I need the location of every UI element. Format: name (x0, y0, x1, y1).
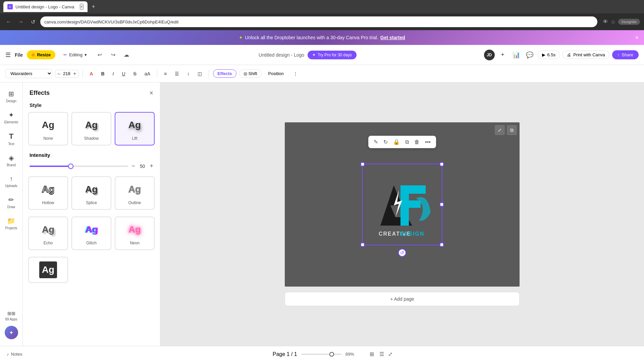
avatar-btn[interactable]: JD (484, 50, 495, 60)
canvas-rotate-btn[interactable]: ↻ (382, 137, 389, 146)
file-btn[interactable]: File (15, 52, 23, 58)
plus-btn[interactable]: + (497, 50, 508, 60)
rotate-handle[interactable]: ↺ (398, 249, 406, 257)
print-btn[interactable]: 🖨 Print with Canva (562, 51, 609, 59)
handle-br[interactable] (440, 243, 444, 247)
sidebar-item-projects[interactable]: 📁 Projects (2, 214, 21, 233)
sidebar-label-elements: Elements (4, 120, 18, 124)
analytics-btn[interactable]: 📊 (511, 50, 522, 60)
slider-thumb[interactable] (68, 164, 73, 169)
list-btn[interactable]: ☰ (172, 70, 182, 78)
sidebar-item-elements[interactable]: ✦ Elements (2, 108, 21, 127)
app: ✦ Unlock all the Droptober launches with… (0, 30, 644, 362)
strikethrough-btn[interactable]: S (131, 70, 139, 78)
redo-btn[interactable]: ↪ (108, 50, 118, 60)
canvas-delete-btn[interactable]: 🗑 (413, 138, 421, 146)
glitch-label: Glitch (86, 241, 97, 245)
font-size-plus-btn[interactable]: + (73, 71, 76, 77)
new-tab-btn[interactable]: + (89, 2, 98, 11)
promo-banner: ✦ Unlock all the Droptober launches with… (0, 30, 644, 45)
tab-favicon: C (7, 4, 13, 9)
style-lift[interactable]: Ag Lift (115, 112, 155, 145)
add-page-btn[interactable]: + Add page (285, 292, 520, 306)
intensity-minus-btn[interactable]: − (131, 163, 135, 170)
style-glitch[interactable]: Ag Glitch (71, 217, 111, 250)
sidebar-item-draw[interactable]: ✏ Draw (2, 192, 21, 212)
zoom-thumb[interactable] (329, 352, 334, 357)
canvas-wrapper: ✎ ↻ 🔒 ⧉ 🗑 ••• ⤢ ⧉ (285, 122, 520, 306)
url-bar[interactable]: canva.com/design/DAGVwdNCKVU/3sBF0dvJxCp… (40, 16, 597, 27)
transparency-btn[interactable]: ◫ (195, 70, 205, 78)
bold-btn[interactable]: B (98, 70, 107, 78)
style-grid-row2: Ag Hollow Ag Splice Ag Outline (23, 176, 160, 217)
cloud-btn[interactable]: ☁ (122, 50, 131, 60)
style-echo[interactable]: Ag Echo (28, 217, 68, 250)
duplicate-canvas-btn[interactable]: ⧉ (507, 125, 517, 135)
spacing-btn[interactable]: ↕ (184, 70, 192, 78)
sidebar-item-design[interactable]: ⊞ Design (2, 86, 21, 106)
style-grid-row1: Ag None Ag Shadow Ag Lift (23, 112, 160, 152)
editing-btn[interactable]: ✏ Editing ▾ (59, 50, 91, 59)
canvas-edit-btn[interactable]: ✎ (372, 137, 379, 146)
shift-circle-icon: ◎ (244, 71, 247, 76)
promo-close-btn[interactable]: × (635, 34, 639, 41)
nav-refresh-btn[interactable]: ↺ (28, 17, 38, 26)
nav-back-btn[interactable]: ← (4, 17, 13, 26)
ai-btn[interactable]: ✦ (5, 326, 18, 339)
print-icon: 🖨 (567, 52, 571, 57)
handle-bl[interactable] (361, 243, 365, 247)
text-color-btn[interactable]: A (87, 70, 96, 78)
list-view-btn[interactable]: ☰ (378, 350, 385, 359)
style-none[interactable]: Ag None (28, 112, 68, 145)
play-btn[interactable]: ▶ 6.5s (538, 51, 560, 59)
canvas[interactable]: ✎ ↻ 🔒 ⧉ 🗑 ••• ⤢ ⧉ (285, 122, 520, 287)
pro-trial-btn[interactable]: ✦ Try Pro for 30 days (308, 51, 357, 59)
style-splice[interactable]: Ag Splice (71, 176, 111, 210)
effects-btn[interactable]: Effects (213, 69, 236, 78)
style-shadow[interactable]: Ag Shadow (71, 112, 111, 145)
style-outline[interactable]: Ag Outline (115, 176, 155, 210)
incognito-btn[interactable]: Incognito (618, 19, 640, 25)
canvas-lock-btn[interactable]: 🔒 (392, 137, 401, 146)
panel-close-btn[interactable]: × (149, 89, 153, 97)
sidebar-item-brand[interactable]: ◈ Brand (2, 150, 21, 170)
sidebar-item-apps[interactable]: ⊞⊞ 89 Apps (2, 307, 21, 324)
italic-btn[interactable]: I (110, 70, 117, 78)
undo-btn[interactable]: ↩ (95, 50, 104, 60)
canvas-toolbar: ✎ ↻ 🔒 ⧉ 🗑 ••• (368, 136, 436, 148)
position-btn[interactable]: Position (264, 70, 288, 77)
style-hollow[interactable]: Ag Hollow (28, 176, 68, 210)
comment-btn[interactable]: 💬 (524, 50, 535, 60)
style-neon[interactable]: Ag Neon (115, 217, 155, 250)
case-btn[interactable]: aA (142, 70, 153, 78)
font-size-minus-btn[interactable]: – (57, 71, 60, 77)
canvas-copy-btn[interactable]: ⧉ (404, 138, 410, 146)
underline-btn[interactable]: U (119, 70, 128, 78)
fullscreen-btn[interactable]: ⤢ (388, 350, 392, 359)
style-background[interactable]: Ag (28, 257, 68, 283)
sidebar-item-uploads[interactable]: ↑ Uploads (2, 172, 21, 191)
shadow-label: Shadow (84, 136, 99, 141)
intensity-slider[interactable] (30, 166, 128, 167)
share-btn[interactable]: ↑ Share (612, 50, 639, 59)
font-select[interactable]: Wasraiders (5, 69, 52, 78)
expand-btn[interactable]: ⤢ (495, 125, 505, 135)
promo-cta[interactable]: Get started (380, 35, 405, 40)
shift-btn[interactable]: ◎ Shift (239, 69, 262, 78)
grid-view-btn[interactable]: ⊞ (368, 350, 375, 359)
tab-close-btn[interactable]: × (80, 4, 84, 10)
more-options-btn[interactable]: ⋮ (290, 70, 301, 78)
hamburger-btn[interactable]: ☰ (5, 51, 11, 59)
zoom-slider[interactable] (301, 354, 341, 355)
sidebar-item-text[interactable]: T Text (2, 129, 21, 149)
resize-btn[interactable]: Resize (27, 50, 55, 59)
canvas-more-btn[interactable]: ••• (424, 138, 432, 146)
doc-title-btn[interactable]: Untitled design - Logo (259, 51, 304, 59)
intensity-plus-btn[interactable]: + (150, 163, 153, 170)
browser-chrome: C Untitled design - Logo - Canva × + ← →… (0, 0, 644, 30)
panel-title: Effects (30, 89, 50, 97)
nav-forward-btn[interactable]: → (16, 17, 25, 26)
lift-label: Lift (132, 136, 137, 141)
align-btn[interactable]: ≡ (161, 70, 169, 78)
notes-btn[interactable]: ♪ Notes (7, 352, 22, 357)
